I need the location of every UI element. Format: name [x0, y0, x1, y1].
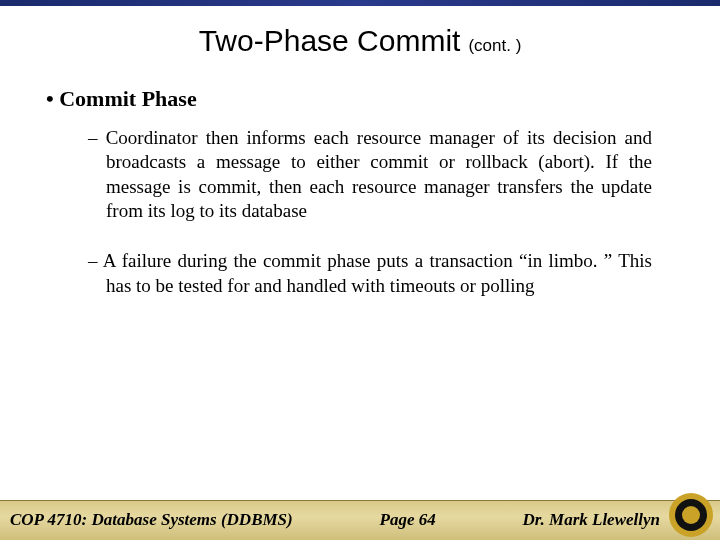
slide-footer: COP 4710: Database Systems (DDBMS) Page … [0, 500, 720, 540]
ucf-logo-icon [668, 492, 714, 538]
title-main: Two-Phase Commit [199, 24, 461, 57]
slide-body: Two-Phase Commit (cont. ) Commit Phase C… [0, 6, 720, 298]
footer-page: Page 64 [293, 510, 523, 530]
bullet-level2-item: Coordinator then informs each resource m… [106, 126, 652, 223]
svg-point-2 [682, 506, 700, 524]
footer-course: COP 4710: Database Systems (DDBMS) [0, 510, 293, 530]
title-continuation: (cont. ) [468, 36, 521, 55]
slide-title: Two-Phase Commit (cont. ) [28, 24, 692, 58]
bullet-level1: Commit Phase [28, 86, 692, 112]
bullet-level2-item: A failure during the commit phase puts a… [106, 249, 652, 298]
